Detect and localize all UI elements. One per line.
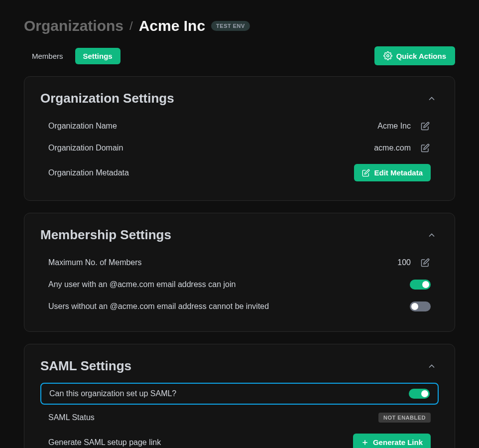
can-setup-saml-toggle[interactable]: [409, 389, 430, 399]
quick-actions-label: Quick Actions: [396, 52, 446, 60]
saml-status-label: SAML Status: [48, 413, 95, 422]
chevron-up-icon: [427, 94, 437, 104]
collapse-membership-settings-button[interactable]: [425, 228, 439, 242]
saml-settings-title: SAML Settings: [40, 358, 131, 374]
tab-settings[interactable]: Settings: [75, 48, 120, 64]
edit-org-domain-button[interactable]: [420, 143, 431, 153]
edit-icon: [421, 122, 430, 131]
breadcrumb-separator: /: [129, 19, 133, 33]
saml-status-badge: NOT ENABLED: [378, 413, 431, 423]
can-setup-saml-label: Can this organization set up SAML?: [49, 389, 176, 398]
org-domain-value: acme.com: [374, 144, 411, 152]
edit-metadata-button[interactable]: Edit Metadata: [354, 164, 431, 181]
edit-org-name-button[interactable]: [420, 121, 431, 132]
toggle-knob: [411, 303, 418, 310]
plus-icon: [361, 439, 369, 447]
saml-settings-panel: SAML Settings Can this organization set …: [24, 344, 455, 448]
users-without-row: Users without an @acme.com email address…: [40, 296, 439, 317]
edit-icon: [421, 258, 430, 267]
breadcrumb-current: Acme Inc: [139, 17, 205, 34]
organization-settings-title: Organization Settings: [40, 91, 174, 106]
toggle-knob: [422, 281, 429, 288]
any-user-join-label: Any user with an @acme.com email address…: [48, 280, 236, 289]
edit-metadata-label: Edit Metadata: [374, 168, 423, 177]
edit-icon: [362, 169, 370, 177]
collapse-org-settings-button[interactable]: [425, 92, 439, 106]
any-user-join-row: Any user with an @acme.com email address…: [40, 274, 439, 296]
env-badge: TEST ENV: [211, 21, 250, 31]
org-metadata-row: Organization Metadata Edit Metadata: [40, 159, 439, 186]
org-metadata-label: Organization Metadata: [48, 168, 129, 177]
generate-link-button[interactable]: Generate Link: [353, 434, 431, 448]
generate-saml-link-label: Generate SAML setup page link: [48, 438, 161, 447]
membership-settings-panel: Membership Settings Maximum No. of Membe…: [24, 213, 455, 332]
can-setup-saml-row: Can this organization set up SAML?: [40, 383, 439, 405]
toggle-knob: [421, 390, 428, 397]
tabs: Members Settings: [24, 48, 120, 64]
max-members-value: 100: [397, 258, 411, 267]
any-user-join-toggle[interactable]: [410, 280, 431, 290]
org-name-row: Organization Name Acme Inc: [40, 115, 439, 137]
generate-saml-link-row: Generate SAML setup page link Generate L…: [40, 429, 439, 448]
quick-actions-button[interactable]: Quick Actions: [374, 46, 455, 65]
breadcrumb-root[interactable]: Organizations: [24, 17, 123, 34]
gear-icon: [383, 51, 392, 60]
tab-members[interactable]: Members: [24, 48, 71, 64]
max-members-label: Maximum No. of Members: [48, 258, 142, 267]
organization-settings-panel: Organization Settings Organization Name …: [24, 76, 455, 201]
org-name-value: Acme Inc: [377, 122, 411, 131]
svg-point-0: [386, 55, 389, 57]
breadcrumb: Organizations / Acme Inc TEST ENV: [24, 17, 455, 34]
users-without-toggle[interactable]: [410, 301, 431, 311]
membership-settings-title: Membership Settings: [40, 227, 171, 243]
org-domain-row: Organization Domain acme.com: [40, 137, 439, 159]
org-domain-label: Organization Domain: [48, 144, 123, 152]
chevron-up-icon: [427, 361, 437, 371]
edit-max-members-button[interactable]: [420, 257, 431, 268]
chevron-up-icon: [427, 230, 437, 240]
max-members-row: Maximum No. of Members 100: [40, 252, 439, 274]
collapse-saml-settings-button[interactable]: [425, 359, 439, 373]
users-without-label: Users without an @acme.com email address…: [48, 302, 269, 311]
generate-link-label: Generate Link: [373, 438, 423, 447]
org-name-label: Organization Name: [48, 122, 117, 131]
saml-status-row: SAML Status NOT ENABLED: [40, 407, 439, 429]
edit-icon: [421, 144, 430, 152]
